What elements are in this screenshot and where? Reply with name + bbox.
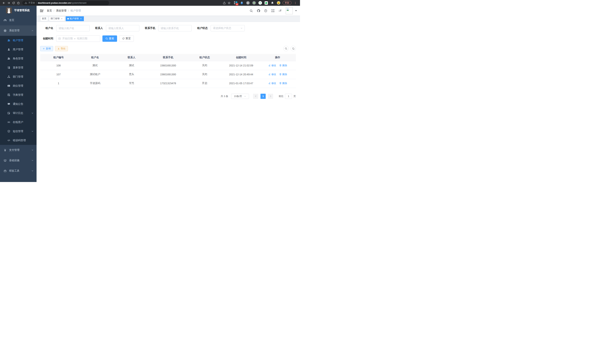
sidebar-item-dev-tool[interactable]: 研发工具: [0, 166, 37, 176]
extension-balloon-icon[interactable]: [240, 1, 244, 5]
tab-tenant[interactable]: 租户管理×: [66, 16, 84, 21]
help-question-icon[interactable]: [264, 9, 267, 12]
github-icon[interactable]: [257, 9, 260, 12]
user-avatar-broken-image[interactable]: [286, 7, 293, 14]
sidebar-item-dict[interactable]: 字典管理: [0, 90, 37, 99]
extension-command-icon[interactable]: [246, 1, 250, 5]
browser-back-button[interactable]: [1, 0, 6, 5]
sidebar-item-pay[interactable]: 支付管理: [0, 145, 37, 155]
sidebar-item-home[interactable]: 首页: [0, 15, 37, 25]
sidebar-item-menu[interactable]: 菜单管理: [0, 63, 37, 72]
reset-button[interactable]: 重置: [119, 36, 134, 42]
sidebar-item-label: 通知公告: [13, 103, 23, 106]
status-select[interactable]: 请选择租户状态: [211, 25, 245, 31]
extensions-puzzle-icon[interactable]: [271, 1, 274, 5]
sidebar-item-online-user[interactable]: 在线用户: [0, 118, 37, 127]
screen: 不安全 dashboard.yudao.iocoder.cn/system/te…: [0, 0, 300, 182]
sidebar-item-tenant[interactable]: 租户管理: [0, 36, 37, 45]
sidebar-item-label: 在线用户: [13, 121, 23, 124]
add-button-label: 新增: [46, 47, 51, 50]
edit-link[interactable]: 修改: [268, 82, 276, 85]
avatar-caret-down-icon[interactable]: [295, 10, 297, 11]
browser-forward-button[interactable]: [6, 0, 11, 5]
profile-avatar-icon[interactable]: [277, 1, 280, 5]
extension-chat-icon[interactable]: [264, 1, 268, 5]
trash-icon: [279, 64, 282, 67]
delete-link[interactable]: 删除: [279, 82, 287, 85]
sidebar-item-audit-log[interactable]: 审计日志: [0, 109, 37, 118]
sidebar-item-notice[interactable]: 通知公告: [0, 99, 37, 109]
edit-link[interactable]: 修改: [268, 73, 276, 76]
extension-y-icon[interactable]: Y: [258, 1, 262, 5]
tab-dept[interactable]: 部门管理×: [49, 16, 65, 21]
tab-close-icon[interactable]: ×: [80, 18, 82, 20]
prev-page-button[interactable]: [253, 94, 258, 99]
export-button[interactable]: 导出: [55, 46, 68, 51]
share-icon[interactable]: [222, 0, 227, 5]
table-row: 1芋道源码芋艿17321315478开启2021-01-05 17:03:47修…: [40, 79, 296, 88]
breadcrumb-system[interactable]: 系统管理: [56, 9, 66, 12]
delete-link[interactable]: 删除: [279, 73, 287, 76]
sidebar-item-post[interactable]: 岗位管理: [0, 81, 37, 90]
chevron-down-icon: [31, 149, 34, 151]
header-search-icon[interactable]: [250, 9, 253, 12]
app-title: 芋道管理系统: [14, 9, 30, 12]
page-size-select[interactable]: 10条/页: [231, 94, 249, 99]
users-icon: [7, 39, 10, 42]
extension-record-icon[interactable]: [252, 1, 256, 5]
extension-icons: 10 Y: [234, 1, 280, 5]
breadcrumb-home[interactable]: 首页: [47, 9, 52, 12]
cell-actions: 修改删除: [259, 70, 296, 79]
delete-link[interactable]: 删除: [279, 64, 287, 67]
tenant-name-input[interactable]: [56, 25, 90, 31]
sidebar: 芋道管理系统 首页系统管理租户管理用户管理角色管理菜单管理部门管理岗位管理字典管…: [0, 6, 37, 182]
browser-menu-kebab-icon[interactable]: [293, 0, 298, 5]
cell-phone: 15601691300: [150, 70, 187, 79]
extension-grid-icon[interactable]: 10: [234, 1, 237, 5]
edit-icon: [268, 64, 271, 67]
refresh-table-icon[interactable]: [291, 46, 296, 51]
sidebar-item-role[interactable]: 角色管理: [0, 54, 37, 63]
browser-reload-button[interactable]: [11, 0, 16, 5]
font-size-icon[interactable]: [279, 9, 282, 12]
sidebar-item-error-code[interactable]: 错误码管理: [0, 136, 37, 145]
sidebar-item-dept[interactable]: 部门管理: [0, 72, 37, 81]
fullscreen-icon[interactable]: [271, 9, 275, 12]
date-start-placeholder: 开始日期: [62, 37, 73, 40]
contact-input[interactable]: [106, 25, 139, 31]
sidebar-item-system[interactable]: 系统管理: [0, 25, 37, 36]
cell-status: 开启: [186, 79, 223, 88]
sidebar-item-sms[interactable]: 短信管理: [0, 127, 37, 136]
bookmark-star-icon[interactable]: [227, 0, 232, 5]
user-icon: [7, 48, 10, 51]
shield-icon: [7, 130, 10, 133]
cell-contact: 芋艿: [113, 79, 150, 88]
next-page-button[interactable]: [268, 94, 273, 99]
toggle-search-icon[interactable]: [283, 46, 289, 51]
table-toolbar: 新增 导出: [40, 46, 296, 51]
sidebar-item-infra[interactable]: 基础设施: [0, 155, 37, 166]
tab-close-icon[interactable]: ×: [60, 18, 63, 20]
phone-label: 联系手机: [145, 27, 155, 30]
browser-update-button[interactable]: 更新: [282, 1, 291, 5]
page-number-button[interactable]: 1: [261, 94, 266, 99]
contact-label: 联系人: [95, 27, 103, 30]
search-button[interactable]: 搜索: [103, 36, 117, 42]
goto-page-input[interactable]: [285, 94, 292, 99]
edit-link[interactable]: 修改: [268, 64, 276, 67]
sidebar-collapse-icon[interactable]: [40, 9, 43, 13]
app-logo[interactable]: 芋道管理系统: [0, 6, 37, 15]
browser-home-button[interactable]: [16, 0, 21, 5]
cell-tenant-id: 107: [40, 70, 77, 79]
add-button[interactable]: 新增: [40, 46, 53, 51]
tab-home[interactable]: 首页: [40, 16, 48, 21]
dashboard-icon: [3, 19, 7, 22]
create-time-range-picker[interactable]: 开始日期 - 结束日期: [56, 36, 100, 42]
sidebar-item-user[interactable]: 用户管理: [0, 45, 37, 54]
org-icon: [7, 75, 10, 78]
phone-input[interactable]: [158, 25, 192, 31]
page-content: 租户名 联系人 联系手机 租户状态 请选择租户状态: [37, 22, 300, 182]
address-bar[interactable]: 不安全 dashboard.yudao.iocoder.cn/system/te…: [22, 1, 109, 5]
online-icon: [7, 121, 10, 124]
pagination-total: 共 3 条: [221, 95, 228, 98]
